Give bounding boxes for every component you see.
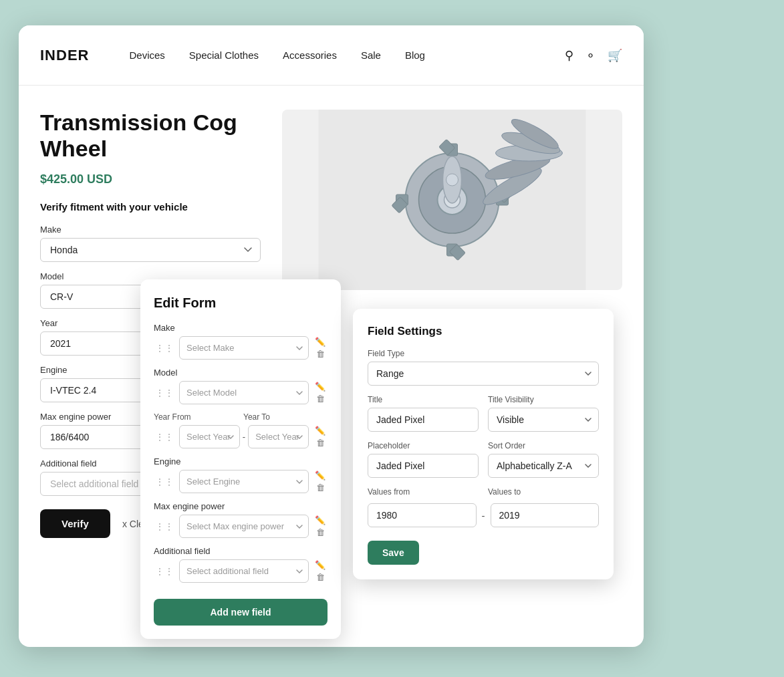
edit-year-inner: ⋮⋮ Select Year - Select Year ✏️ 🗑 xyxy=(154,425,328,448)
field-actions-max-power: ✏️ 🗑 xyxy=(313,515,328,537)
fs-title-input[interactable] xyxy=(368,408,479,432)
fs-title-row: Title Title Visibility Visible xyxy=(368,395,599,441)
edit-field-engine: Engine ⋮⋮ Select Engine ✏️ 🗑 xyxy=(154,456,328,493)
edit-model-edit-btn[interactable]: ✏️ xyxy=(313,382,328,392)
fs-placeholder-row: Placeholder Sort Order Alphabetically Z-… xyxy=(368,441,599,487)
drag-handle-year[interactable]: ⋮⋮ xyxy=(154,430,175,444)
year-dash: - xyxy=(243,432,245,442)
product-image-svg xyxy=(282,110,622,290)
add-new-field-button[interactable]: Add new field xyxy=(154,599,328,626)
fs-sort-order-select[interactable]: Alphabetically Z-A xyxy=(488,454,599,478)
fs-field-type-label: Field Type xyxy=(368,349,599,358)
svg-point-19 xyxy=(446,174,459,186)
edit-engine-select[interactable]: Select Engine xyxy=(179,470,309,493)
field-settings-title: Field Settings xyxy=(368,325,599,338)
nav-item-sale[interactable]: Sale xyxy=(361,49,381,61)
nav-item-special-clothes[interactable]: Special Clothes xyxy=(189,49,259,61)
edit-engine-edit-btn[interactable]: ✏️ xyxy=(313,470,328,481)
fs-values-group: Values from Values to - xyxy=(368,487,599,527)
edit-make-select[interactable]: Select Make xyxy=(179,336,309,360)
fs-placeholder-group: Placeholder xyxy=(368,441,479,478)
edit-year-to-select[interactable]: Select Year xyxy=(248,425,309,448)
edit-field-year: Year From Year To ⋮⋮ Select Year - Selec… xyxy=(154,412,328,448)
field-actions-additional: ✏️ 🗑 xyxy=(313,560,328,582)
edit-field-make: Make ⋮⋮ Select Make ✏️ 🗑 xyxy=(154,323,328,360)
fs-values-from-input[interactable] xyxy=(368,503,477,527)
edit-year-delete-btn[interactable]: 🗑 xyxy=(313,438,328,448)
fs-placeholder-input[interactable] xyxy=(368,454,479,478)
year-from-label: Year From xyxy=(154,412,238,422)
drag-handle-additional[interactable]: ⋮⋮ xyxy=(154,565,175,578)
edit-max-power-label: Max engine power xyxy=(154,501,328,511)
edit-model-label: Model xyxy=(154,368,328,378)
edit-make-edit-btn[interactable]: ✏️ xyxy=(313,337,328,347)
nav-item-blog[interactable]: Blog xyxy=(405,49,425,61)
drag-handle-model[interactable]: ⋮⋮ xyxy=(154,386,175,400)
product-price: $425.00 USD xyxy=(40,172,261,186)
edit-field-additional: Additional field ⋮⋮ Select additional fi… xyxy=(154,546,328,583)
year-row: Select Year - Select Year xyxy=(179,425,309,448)
edit-field-model: Model ⋮⋮ Select Model ✏️ 🗑 xyxy=(154,368,328,404)
product-title: Transmission Cog Wheel xyxy=(40,110,261,162)
field-actions-make: ✏️ 🗑 xyxy=(313,337,328,359)
fs-sort-order-label: Sort Order xyxy=(488,441,599,450)
nav: Devices Special Clothes Accessories Sale… xyxy=(129,49,565,61)
user-icon[interactable]: ⚬ xyxy=(585,48,596,63)
make-group: Make Honda xyxy=(40,225,261,262)
fs-title-visibility-label: Title Visibility xyxy=(488,395,599,404)
edit-engine-delete-btn[interactable]: 🗑 xyxy=(313,483,328,493)
fs-values-to-label: Values to xyxy=(488,487,599,497)
fs-sort-order-group: Sort Order Alphabetically Z-A xyxy=(488,441,599,478)
fs-field-type-group: Field Type Range xyxy=(368,349,599,386)
make-select[interactable]: Honda xyxy=(40,238,261,262)
edit-additional-select[interactable]: Select additional field xyxy=(179,559,309,583)
field-actions-year: ✏️ 🗑 xyxy=(313,426,328,448)
edit-additional-delete-btn[interactable]: 🗑 xyxy=(313,572,328,582)
drag-handle-make[interactable]: ⋮⋮ xyxy=(154,342,175,355)
edit-additional-inner: ⋮⋮ Select additional field ✏️ 🗑 xyxy=(154,559,328,583)
fs-values-to-input[interactable] xyxy=(491,503,600,527)
fs-save-button[interactable]: Save xyxy=(368,541,419,565)
year-to-label: Year To xyxy=(243,412,328,422)
fs-title-label: Title xyxy=(368,395,479,404)
edit-model-delete-btn[interactable]: 🗑 xyxy=(313,394,328,404)
fs-title-visibility-group: Title Visibility Visible xyxy=(488,395,599,432)
edit-model-select[interactable]: Select Model xyxy=(179,381,309,404)
drag-handle-max-power[interactable]: ⋮⋮ xyxy=(154,520,175,533)
nav-item-accessories[interactable]: Accessories xyxy=(283,49,337,61)
fs-placeholder-label: Placeholder xyxy=(368,441,479,450)
edit-make-inner: ⋮⋮ Select Make ✏️ 🗑 xyxy=(154,336,328,360)
fs-title-visibility-select[interactable]: Visible xyxy=(488,408,599,432)
edit-year-from-select[interactable]: Select Year xyxy=(179,425,240,448)
edit-max-power-select[interactable]: Select Max engine power xyxy=(179,515,309,538)
verify-button[interactable]: Verify xyxy=(40,509,110,538)
edit-additional-edit-btn[interactable]: ✏️ xyxy=(313,560,328,570)
edit-make-label: Make xyxy=(154,323,328,333)
fs-values-dash: - xyxy=(482,510,485,521)
edit-form-title: Edit Form xyxy=(154,295,328,311)
nav-item-devices[interactable]: Devices xyxy=(129,49,164,61)
edit-make-delete-btn[interactable]: 🗑 xyxy=(313,349,328,359)
search-icon[interactable]: ⚲ xyxy=(565,48,573,63)
make-label: Make xyxy=(40,225,261,235)
cart-icon[interactable]: 🛒 xyxy=(608,48,622,63)
edit-year-edit-btn[interactable]: ✏️ xyxy=(313,426,328,436)
drag-handle-engine[interactable]: ⋮⋮ xyxy=(154,475,175,489)
edit-additional-label: Additional field xyxy=(154,546,328,556)
field-actions-engine: ✏️ 🗑 xyxy=(313,470,328,493)
fs-values-row: - xyxy=(368,503,599,527)
field-settings-panel: Field Settings Field Type Range Title Ti… xyxy=(353,309,614,579)
edit-model-inner: ⋮⋮ Select Model ✏️ 🗑 xyxy=(154,381,328,404)
edit-engine-label: Engine xyxy=(154,456,328,466)
fs-title-group: Title xyxy=(368,395,479,432)
year-labels: Year From Year To xyxy=(154,412,328,422)
edit-max-power-delete-btn[interactable]: 🗑 xyxy=(313,527,328,537)
edit-engine-inner: ⋮⋮ Select Engine ✏️ 🗑 xyxy=(154,470,328,493)
fitment-label: Verify fitment with your vehicle xyxy=(40,201,261,213)
field-actions-model: ✏️ 🗑 xyxy=(313,382,328,404)
fs-field-type-select[interactable]: Range xyxy=(368,362,599,386)
product-image xyxy=(282,110,622,290)
edit-max-power-edit-btn[interactable]: ✏️ xyxy=(313,515,328,525)
header: INDER Devices Special Clothes Accessorie… xyxy=(19,25,644,86)
logo: INDER xyxy=(40,47,89,64)
